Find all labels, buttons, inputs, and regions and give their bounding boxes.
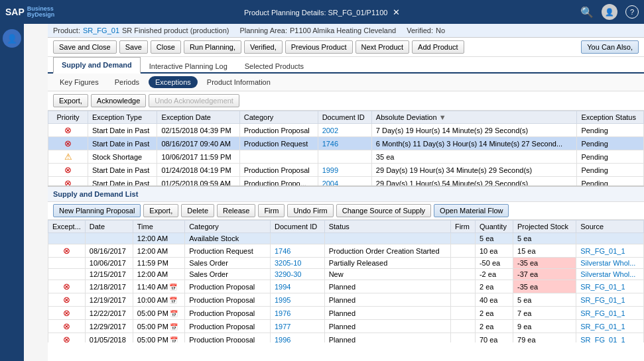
sd-row[interactable]: ⊗ 01/05/2018 05:00 PM📅 Production Propos… <box>48 333 644 343</box>
user-avatar-icon[interactable]: 👤 <box>602 4 617 20</box>
exception-row[interactable]: ⊗ Start Date in Past 01/25/2018 09:59 AM… <box>48 177 644 187</box>
sd-row[interactable]: ⊗ 12/22/2017 05:00 PM📅 Production Propos… <box>48 307 644 320</box>
tab-selected-products[interactable]: Selected Products <box>236 58 312 74</box>
sub-tab-key-figures[interactable]: Key Figures <box>53 76 105 88</box>
help-icon[interactable]: ? <box>625 5 639 19</box>
sd-row[interactable]: 10/06/2017 11:59 PM Sales Order 3205-10 … <box>48 258 644 269</box>
sd-source[interactable]: SR_FG_01_1 <box>576 244 644 258</box>
sd-export-button[interactable]: Export, <box>143 204 178 217</box>
previous-product-button[interactable]: Previous Product <box>285 40 353 54</box>
doc-id-link[interactable]: 1746 <box>322 140 338 148</box>
sd-doc-id-link[interactable]: 3205-10 <box>275 259 301 267</box>
save-button[interactable]: Save <box>119 40 148 54</box>
sd-doc-id[interactable]: 1746 <box>271 244 325 258</box>
tab-supply-demand[interactable]: Supply and Demand <box>53 57 141 74</box>
col-exception-type: Exception Type <box>88 111 157 124</box>
exception-row[interactable]: ⊗ Start Date in Past 01/24/2018 04:19 PM… <box>48 164 644 177</box>
sd-source-link[interactable]: Silverstar Whol... <box>580 270 635 278</box>
sd-doc-id[interactable]: 3205-10 <box>271 258 325 269</box>
sub-tab-exceptions[interactable]: Exceptions <box>149 76 198 88</box>
col-category: Category <box>239 111 318 124</box>
sd-doc-id-link[interactable]: 1995 <box>275 296 290 304</box>
sd-source-link[interactable]: SR_FG_01_1 <box>580 247 625 255</box>
exception-doc-id[interactable] <box>318 150 371 164</box>
exception-date: 08/16/2017 09:40 AM <box>157 137 239 150</box>
search-icon[interactable]: 🔍 <box>580 6 594 19</box>
sd-row[interactable]: ⊗ 12/19/2017 10:00 AM📅 Production Propos… <box>48 293 644 307</box>
verified-label: Verified: <box>407 26 433 34</box>
you-can-also-button[interactable]: You Can Also, <box>581 40 639 54</box>
user-sidebar-avatar[interactable]: 👤 <box>3 29 21 48</box>
sd-source[interactable]: SR_FG_01_1 <box>576 293 644 307</box>
close-button[interactable]: Close <box>151 40 181 54</box>
exception-doc-id[interactable]: 2002 <box>318 124 371 137</box>
sd-source-link[interactable]: Silverstar Whol... <box>580 259 635 267</box>
sd-row[interactable]: ⊗ 12/18/2017 11:40 AM📅 Production Propos… <box>48 280 644 293</box>
exception-row[interactable]: ⚠ Stock Shortage 10/06/2017 11:59 PM 35 … <box>48 150 644 164</box>
sd-source[interactable]: SR_FG_01_1 <box>576 333 644 343</box>
add-product-button[interactable]: Add Product <box>412 40 464 54</box>
doc-id-link[interactable]: 2004 <box>322 180 338 187</box>
doc-id-link[interactable]: 1999 <box>322 166 338 174</box>
run-planning-button[interactable]: Run Planning, <box>184 40 241 54</box>
bydesign-text: BusinessByDesign <box>27 6 55 18</box>
title-close-button[interactable]: ✕ <box>393 7 400 17</box>
exception-row[interactable]: ⊗ Start Date in Past 08/16/2017 09:40 AM… <box>48 137 644 150</box>
sd-row[interactable]: ⊗ 12/29/2017 05:00 PM📅 Production Propos… <box>48 320 644 333</box>
sd-row[interactable]: 12:00 AM Available Stock 5 ea 5 ea <box>48 233 644 244</box>
sd-source-link[interactable]: SR_FG_01_1 <box>580 283 625 291</box>
sub-tab-product-info[interactable]: Product Information <box>200 76 277 88</box>
sd-row[interactable]: ⊗ 08/16/2017 12:00 AM Production Request… <box>48 244 644 258</box>
sd-proj-stock: 15 ea <box>513 244 576 258</box>
sd-doc-id-link[interactable]: 1996 <box>275 336 290 343</box>
sd-doc-id[interactable]: 3290-30 <box>271 269 325 280</box>
product-link[interactable]: SR_FG_01 <box>83 26 119 34</box>
exception-doc-id[interactable]: 2004 <box>318 177 371 187</box>
sd-source[interactable]: Silverstar Whol... <box>576 258 644 269</box>
sd-source-link[interactable]: SR_FG_01_1 <box>580 296 625 304</box>
undo-firm-button[interactable]: Undo Firm <box>287 204 333 217</box>
sd-qty: 2 ea <box>475 320 513 333</box>
undo-acknowledge-button[interactable]: Undo Acknowledgement <box>149 94 239 107</box>
sd-doc-id-link[interactable]: 1976 <box>275 309 290 317</box>
delete-button[interactable]: Delete <box>181 204 214 217</box>
sd-qty: 2 ea <box>475 280 513 293</box>
sd-doc-id-link[interactable]: 1746 <box>275 247 290 255</box>
firm-button[interactable]: Firm <box>258 204 285 217</box>
sd-doc-id[interactable]: 1977 <box>271 320 325 333</box>
sd-source-link[interactable]: SR_FG_01_1 <box>580 309 625 317</box>
sd-doc-id[interactable]: 1994 <box>271 280 325 293</box>
sd-source[interactable]: SR_FG_01_1 <box>576 280 644 293</box>
sd-error-icon: ⊗ <box>63 246 70 256</box>
verified-button[interactable]: Verified, <box>244 40 283 54</box>
sd-doc-id[interactable]: 1976 <box>271 307 325 320</box>
change-source-button[interactable]: Change Source of Supply <box>336 204 431 217</box>
tab-interactive-planning[interactable]: Interactive Planning Log <box>141 58 236 74</box>
sd-source-link[interactable]: SR_FG_01_1 <box>580 336 625 343</box>
save-close-button[interactable]: Save and Close <box>53 40 117 54</box>
exception-doc-id[interactable]: 1999 <box>318 164 371 177</box>
doc-id-link[interactable]: 2002 <box>322 127 338 134</box>
sd-row[interactable]: 12/15/2017 12:00 AM Sales Order 3290-30 … <box>48 269 644 280</box>
sub-tab-periods[interactable]: Periods <box>108 76 146 88</box>
sd-source[interactable]: Silverstar Whol... <box>576 269 644 280</box>
exception-doc-id[interactable]: 1746 <box>318 137 371 150</box>
sd-doc-id[interactable] <box>271 233 325 244</box>
sd-doc-id[interactable]: 1995 <box>271 293 325 307</box>
sd-source[interactable] <box>576 233 644 244</box>
export-exceptions-button[interactable]: Export, <box>53 94 88 107</box>
sd-doc-id-link[interactable]: 1977 <box>275 323 290 331</box>
release-button[interactable]: Release <box>217 204 255 217</box>
open-material-flow-button[interactable]: Open Material Flow <box>434 204 509 217</box>
new-planning-button[interactable]: New Planning Proposal <box>53 204 141 217</box>
exception-row[interactable]: ⊗ Start Date in Past 02/15/2018 04:39 PM… <box>48 124 644 137</box>
sd-source[interactable]: SR_FG_01_1 <box>576 320 644 333</box>
acknowledge-button[interactable]: Acknowledge <box>91 94 146 107</box>
sd-source-link[interactable]: SR_FG_01_1 <box>580 323 625 331</box>
sd-doc-id-link[interactable]: 3290-30 <box>275 270 301 278</box>
next-product-button[interactable]: Next Product <box>355 40 410 54</box>
sd-source[interactable]: SR_FG_01_1 <box>576 307 644 320</box>
sd-doc-id-link[interactable]: 1994 <box>275 283 290 291</box>
sd-doc-id[interactable]: 1996 <box>271 333 325 343</box>
sd-qty: 40 ea <box>475 293 513 307</box>
